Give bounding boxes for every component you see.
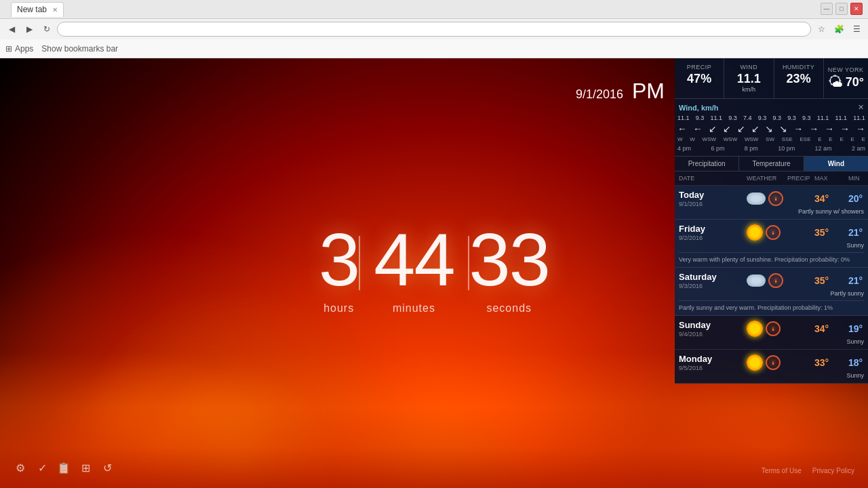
forecast-max-temp: 34° xyxy=(814,193,848,204)
wind-arrow-cell: ← xyxy=(693,123,703,134)
minimize-button[interactable]: — xyxy=(821,3,833,15)
apps-grid-icon[interactable]: ⊞ xyxy=(79,461,92,474)
wind-value-cell: 9.3 xyxy=(758,115,767,121)
temp-gauge-icon: 🌡 xyxy=(768,191,783,206)
wind-dir-cell: WSW xyxy=(745,136,758,142)
wind-dir-cell: WSW xyxy=(703,136,716,142)
refresh-icon[interactable]: ↺ xyxy=(100,461,114,474)
forecast-icons: 🌡 xyxy=(747,321,787,337)
show-bookmarks-link[interactable]: Show bookmarks bar xyxy=(41,44,118,54)
forecast-condition: Sunny xyxy=(846,242,864,249)
wind-time-cell: 4 pm xyxy=(677,145,691,152)
temp-gauge-icon: 🌡 xyxy=(766,355,781,370)
forecast-row[interactable]: Monday 9/5/2016 🌡 33° 18° Sunny xyxy=(675,350,868,384)
forward-button[interactable]: ▶ xyxy=(22,22,37,37)
wind-arrow-cell: ↙ xyxy=(751,123,760,134)
hours-display: 3 xyxy=(319,222,359,297)
wind-value: 11.1 xyxy=(728,72,769,86)
weather-tab[interactable]: Wind xyxy=(804,157,868,171)
cloud-icon: 🌤 xyxy=(828,73,843,91)
col-min: Min xyxy=(848,175,868,182)
sun-icon xyxy=(747,321,763,337)
wind-value-cell: 9.3 xyxy=(787,115,796,121)
extensions-button[interactable]: 🧩 xyxy=(831,22,846,37)
wind-time-cell: 2 am xyxy=(852,145,865,152)
reload-button[interactable]: ↻ xyxy=(39,22,54,37)
forecast-row-main: Sunday 9/4/2016 🌡 34° 19° xyxy=(679,320,864,338)
wind-arrow-cell: ↙ xyxy=(737,123,745,134)
forecast-detail: Very warm with plenty of sunshine. Preci… xyxy=(679,252,864,263)
forecast-row[interactable]: Today 9/1/2016 🌡 34° 20° Partly sunny w/… xyxy=(675,186,868,220)
forecast-day-date: Saturday 9/3/2016 xyxy=(679,272,747,289)
weather-tab[interactable]: Temperature xyxy=(739,157,804,171)
wind-time-cell: 6 pm xyxy=(711,145,724,152)
minutes-display: 44 xyxy=(374,222,454,297)
forecast-min-temp: 20° xyxy=(848,193,868,204)
weather-tabs: PrecipitationTemperatureWind xyxy=(675,157,868,171)
wind-chart-title-text: Wind, km/h xyxy=(679,104,719,112)
wind-value-cell: 9.3 xyxy=(696,115,705,121)
wind-arrow-cell: ↘ xyxy=(765,123,773,134)
col-date: Date xyxy=(679,175,747,182)
forecast-icons: 🌡 xyxy=(747,273,787,288)
wind-arrow-cell: → xyxy=(840,123,850,134)
separator-1 xyxy=(359,236,360,290)
wind-unit: km/h xyxy=(728,86,769,93)
wind-arrow-cell: → xyxy=(809,123,818,134)
cloudy-icon xyxy=(747,192,766,205)
apps-link[interactable]: ⊞ Apps xyxy=(5,44,33,54)
forecast-day: Today xyxy=(679,190,747,200)
browser-tab[interactable]: New tab ✕ xyxy=(11,2,64,17)
wind-value-cell: 9.3 xyxy=(773,115,782,121)
forecast-condition: Sunny xyxy=(846,338,864,345)
precip-label: PRECIP xyxy=(679,64,719,70)
wind-arrow-cell: ↘ xyxy=(779,123,787,134)
forecast-row-main: Saturday 9/3/2016 🌡 35° 21° xyxy=(679,272,864,289)
close-button[interactable]: ✕ xyxy=(850,3,863,15)
forecast-icons: 🌡 xyxy=(747,354,787,371)
forecast-row-main: Monday 9/5/2016 🌡 33° 18° xyxy=(679,354,864,371)
wind-dir-cell: SSE xyxy=(782,136,793,142)
sun-icon xyxy=(747,354,763,371)
notes-icon[interactable]: 📋 xyxy=(57,461,71,474)
tab-close-button[interactable]: ✕ xyxy=(52,6,58,14)
maximize-button[interactable]: □ xyxy=(835,3,848,15)
privacy-link[interactable]: Privacy Policy xyxy=(812,467,854,474)
back-button[interactable]: ◀ xyxy=(4,22,19,37)
wind-dir-cell: E xyxy=(840,136,843,142)
forecast-row[interactable]: Friday 9/2/2016 🌡 35° 21° Sunny Very war… xyxy=(675,220,868,268)
bookmark-star-button[interactable]: ☆ xyxy=(814,22,829,37)
forecast-detail: Partly sunny and very warm. Precipitatio… xyxy=(679,300,864,311)
address-bar[interactable] xyxy=(57,22,811,37)
forecast-row[interactable]: Saturday 9/3/2016 🌡 35° 21° Partly sunny… xyxy=(675,268,868,316)
forecast-row[interactable]: Sunday 9/4/2016 🌡 34° 19° Sunny xyxy=(675,316,868,350)
wind-dir-cell: ESE xyxy=(800,136,810,142)
ampm-indicator: PM xyxy=(632,79,665,103)
forecast-date: 9/1/2016 xyxy=(679,201,747,207)
weather-tab[interactable]: Precipitation xyxy=(675,157,739,171)
wind-label: WIND xyxy=(728,64,769,70)
browser-chrome: New tab ✕ — □ ✕ ◀ ▶ ↻ ☆ 🧩 ☰ xyxy=(0,0,868,39)
cloudy-icon xyxy=(747,274,766,287)
seconds-display: 33 xyxy=(469,222,549,297)
minutes-label: minutes xyxy=(393,302,435,314)
forecast-min-temp: 19° xyxy=(848,323,868,334)
wind-arrow-cell: → xyxy=(825,123,834,134)
current-date: 9/1/2016 xyxy=(576,87,623,101)
wind-dir-cell: E xyxy=(818,136,821,142)
tab-title: New tab xyxy=(17,5,47,14)
terms-link[interactable]: Terms of Use xyxy=(762,467,802,474)
window-controls: — □ ✕ xyxy=(821,3,863,15)
forecast-list: Today 9/1/2016 🌡 34° 20° Partly sunny w/… xyxy=(675,186,868,384)
menu-button[interactable]: ☰ xyxy=(849,22,864,37)
forecast-max-temp: 33° xyxy=(814,357,848,368)
forecast-day-date: Friday 9/2/2016 xyxy=(679,224,747,241)
col-precip: Precip xyxy=(787,175,814,182)
wind-arrows-row: ←←↙↙↙↙↘↘→→→→→ xyxy=(677,123,865,134)
col-max: Max xyxy=(814,175,848,182)
wind-chart-close[interactable]: ✕ xyxy=(858,103,864,112)
todo-icon[interactable]: ✓ xyxy=(35,461,49,474)
temp-gauge-icon: 🌡 xyxy=(768,273,783,288)
humidity-label: HUMIDITY xyxy=(778,64,819,70)
settings-icon[interactable]: ⚙ xyxy=(14,461,27,474)
